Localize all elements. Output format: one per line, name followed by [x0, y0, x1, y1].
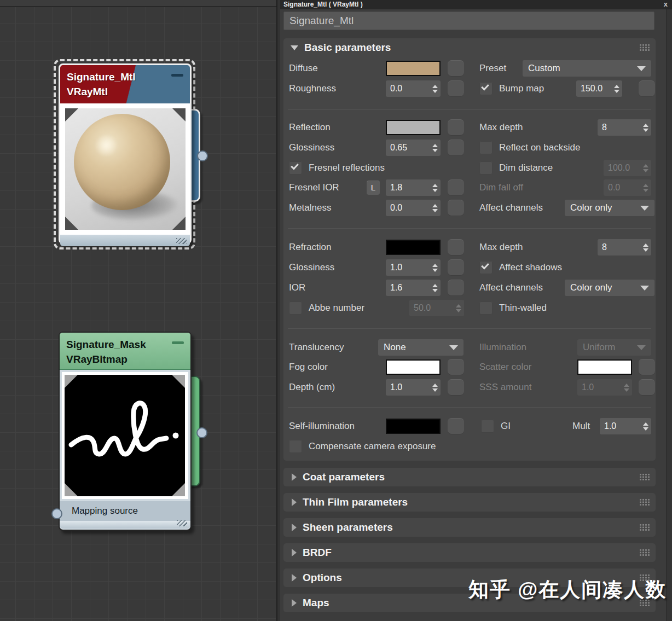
corner-fold-icon — [65, 483, 78, 496]
reflection-map-slot[interactable] — [448, 119, 464, 136]
roughness-spinner[interactable]: 0.0 — [386, 80, 441, 97]
refraction-map-slot[interactable] — [448, 239, 464, 256]
spinner-arrows-icon[interactable] — [613, 85, 622, 93]
spinner-arrows-icon[interactable] — [642, 422, 651, 431]
ior-map-slot[interactable] — [448, 280, 464, 296]
mult-spinner[interactable]: 1.0 — [600, 418, 651, 434]
basic-parameters-header[interactable]: Basic parameters — [283, 38, 656, 57]
ior-spinner[interactable]: 1.6 — [386, 280, 441, 296]
fresnel-ior-lock-button[interactable]: L — [367, 181, 380, 195]
sheen-parameters-header[interactable]: Sheen parameters — [283, 518, 656, 537]
resize-grip-icon[interactable] — [177, 520, 187, 526]
refr-glossiness-map-slot[interactable] — [448, 259, 464, 276]
depth-cm-map-slot[interactable] — [448, 379, 464, 396]
close-icon[interactable]: x — [664, 0, 668, 8]
refl-glossiness-spinner[interactable]: 0.65 — [386, 140, 441, 156]
drag-grip-icon[interactable] — [639, 549, 650, 556]
spinner-arrows-icon — [642, 184, 651, 192]
minimize-icon[interactable] — [172, 341, 184, 344]
reflection-color-swatch[interactable] — [386, 120, 441, 135]
drag-grip-icon[interactable] — [639, 524, 650, 531]
sss-amount-map-slot[interactable] — [639, 379, 655, 396]
mtl-node-header[interactable]: Signature_Mtl VRayMtl — [60, 65, 190, 103]
abbe-number-spinner[interactable]: 50.0 — [409, 300, 464, 316]
illumination-dropdown[interactable]: Uniform — [577, 339, 651, 356]
spinner-arrows-icon[interactable] — [431, 204, 441, 212]
diffuse-map-slot[interactable] — [448, 60, 464, 77]
fog-color-swatch[interactable] — [386, 359, 441, 375]
fresnel-reflections-checkbox[interactable] — [289, 161, 302, 175]
bump-map-checkbox[interactable] — [479, 82, 493, 95]
drag-grip-icon[interactable] — [639, 473, 650, 481]
spinner-arrows-icon[interactable] — [431, 284, 441, 292]
refl-glossiness-map-slot[interactable] — [448, 140, 464, 156]
abbe-number-checkbox[interactable] — [289, 301, 302, 315]
scatter-color-map-slot[interactable] — [639, 359, 655, 375]
mtl-output-socket[interactable] — [197, 150, 208, 161]
dim-fall-off-spinner[interactable]: 0.0 — [604, 179, 651, 196]
refraction-label: Refraction — [289, 239, 331, 256]
preset-dropdown[interactable]: Custom — [523, 60, 651, 77]
spinner-arrows-icon[interactable] — [431, 85, 441, 93]
mask-output-socket[interactable] — [196, 427, 207, 438]
sphere-highlight — [94, 135, 119, 156]
node-signature-mtl[interactable]: Signature_Mtl VRayMtl — [59, 63, 192, 244]
depth-cm-spinner[interactable]: 1.0 — [386, 379, 441, 396]
scatter-color-swatch[interactable] — [577, 359, 632, 375]
gi-checkbox[interactable] — [481, 420, 494, 433]
rollout-title: Basic parameters — [304, 42, 391, 54]
refr-max-depth-spinner[interactable]: 8 — [598, 239, 651, 256]
dim-distance-checkbox[interactable] — [479, 161, 493, 175]
brdf-header[interactable]: BRDF — [283, 543, 656, 562]
sss-amount-spinner[interactable]: 1.0 — [577, 379, 632, 396]
translucency-dropdown[interactable]: None — [378, 339, 464, 356]
mtl-material-preview[interactable] — [65, 108, 186, 230]
diffuse-label: Diffuse — [289, 60, 318, 77]
resize-grip-icon[interactable] — [176, 238, 187, 244]
refr-glossiness-spinner[interactable]: 1.0 — [386, 259, 441, 276]
coat-parameters-header[interactable]: Coat parameters — [283, 468, 656, 486]
thin-walled-checkbox[interactable] — [479, 301, 493, 315]
mask-node-header[interactable]: Signature_Mask VRayBitmap — [60, 333, 190, 370]
material-name-input[interactable]: Signature_Mtl — [283, 11, 654, 30]
fog-color-map-slot[interactable] — [448, 359, 464, 375]
panel-titlebar[interactable]: Signature_Mtl ( VRayMtl ) x — [280, 0, 672, 9]
mapping-source-input-socket[interactable] — [51, 508, 62, 519]
pane-divider[interactable] — [276, 0, 280, 621]
bump-map-slot[interactable] — [639, 80, 655, 97]
spinner-arrows-icon[interactable] — [431, 264, 441, 272]
reflect-backside-checkbox[interactable] — [479, 141, 493, 154]
mask-node-type: VRayBitmap — [66, 352, 185, 367]
affect-shadows-checkbox[interactable] — [479, 261, 493, 274]
compensate-exposure-checkbox[interactable] — [289, 440, 302, 453]
refr-affect-channels-dropdown[interactable]: Color only — [565, 280, 654, 296]
diffuse-color-swatch[interactable] — [386, 61, 441, 76]
self-illumination-map-slot[interactable] — [448, 418, 464, 434]
refl-affect-channels-dropdown[interactable]: Color only — [565, 200, 654, 216]
fresnel-ior-map-slot[interactable] — [448, 179, 464, 196]
fresnel-reflections-label: Fresnel reflections — [309, 160, 385, 176]
metalness-map-slot[interactable] — [448, 200, 464, 216]
roughness-map-slot[interactable] — [448, 80, 464, 97]
fresnel-ior-spinner[interactable]: 1.8 — [386, 179, 441, 196]
spinner-arrows-icon[interactable] — [642, 124, 651, 132]
refraction-color-swatch[interactable] — [386, 240, 441, 255]
dim-distance-spinner[interactable]: 100.0 — [604, 160, 651, 176]
node-graph-canvas[interactable]: Signature_Mtl VRayMtl Signature_Mask — [0, 0, 276, 621]
bump-amount-spinner[interactable]: 150.0 — [576, 80, 622, 97]
self-illumination-swatch[interactable] — [386, 419, 441, 434]
drag-grip-icon[interactable] — [639, 44, 650, 51]
metalness-spinner[interactable]: 0.0 — [386, 200, 441, 216]
refl-max-depth-spinner[interactable]: 8 — [598, 119, 651, 136]
spinner-arrows-icon[interactable] — [431, 384, 441, 392]
drag-grip-icon[interactable] — [639, 498, 650, 506]
ior-label: IOR — [289, 280, 305, 296]
spinner-arrows-icon[interactable] — [431, 184, 441, 192]
mapping-source-slot[interactable]: Mapping source — [60, 501, 190, 521]
thin-film-parameters-header[interactable]: Thin Film parameters — [283, 493, 656, 512]
spinner-arrows-icon[interactable] — [642, 243, 651, 252]
mask-bitmap-preview[interactable] — [65, 375, 185, 496]
spinner-arrows-icon[interactable] — [431, 144, 441, 152]
node-signature-mask[interactable]: Signature_Mask VRayBitmap Mapping source — [59, 332, 192, 531]
minimize-icon[interactable] — [171, 74, 183, 77]
